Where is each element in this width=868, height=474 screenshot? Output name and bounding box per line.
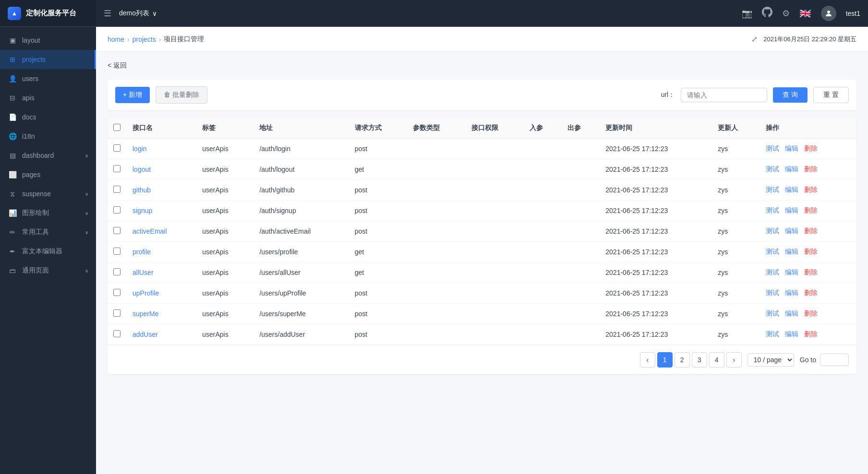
edit-btn-9[interactable]: 编辑 <box>785 330 798 339</box>
row-param-type-0 <box>407 139 466 159</box>
test-btn-7[interactable]: 测试 <box>766 289 779 297</box>
edit-btn-1[interactable]: 编辑 <box>785 165 798 174</box>
test-btn-2[interactable]: 测试 <box>766 186 779 194</box>
row-checkbox-8[interactable] <box>113 309 121 317</box>
github-icon[interactable] <box>762 7 772 20</box>
header-update-time: 更新时间 <box>600 118 712 139</box>
sidebar-item-docs[interactable]: 📄 docs <box>0 107 96 127</box>
api-name-link-7[interactable]: upProfile <box>133 289 159 297</box>
row-checkbox-6[interactable] <box>113 268 121 275</box>
test-btn-9[interactable]: 测试 <box>766 330 779 339</box>
breadcrumb-sep2: › <box>159 36 161 43</box>
delete-btn-4[interactable]: 删除 <box>804 227 818 236</box>
table-row: profile userApis /users/profile get 2021… <box>108 242 856 262</box>
delete-btn-5[interactable]: 删除 <box>804 248 818 256</box>
delete-btn-9[interactable]: 删除 <box>804 330 818 339</box>
goto-input[interactable] <box>820 354 849 366</box>
page-btn-3[interactable]: 3 <box>692 352 707 367</box>
page-next-btn[interactable]: › <box>726 352 742 367</box>
api-name-link-4[interactable]: activeEmail <box>133 227 167 235</box>
sidebar-item-common[interactable]: 🗃 通用页面 ∨ <box>0 261 96 280</box>
reset-button[interactable]: 重 置 <box>813 87 849 103</box>
sidebar-item-pages[interactable]: ⬜ pages <box>0 165 96 184</box>
edit-btn-3[interactable]: 编辑 <box>785 206 798 215</box>
url-search-input[interactable] <box>681 88 767 102</box>
api-name-link-5[interactable]: profile <box>133 248 151 256</box>
edit-btn-7[interactable]: 编辑 <box>785 289 798 297</box>
sidebar-item-dashboard[interactable]: ▤ dashboard ∨ <box>0 146 96 165</box>
sidebar-item-tools[interactable]: ✏ 常用工具 ∨ <box>0 223 96 242</box>
sidebar-item-apis[interactable]: ⊟ apis <box>0 88 96 107</box>
expand-icon[interactable]: ⤢ <box>751 35 758 44</box>
test-btn-6[interactable]: 测试 <box>766 268 779 277</box>
row-checkbox-7[interactable] <box>113 289 121 296</box>
row-checkbox-4[interactable] <box>113 227 121 234</box>
page-btn-2[interactable]: 2 <box>675 352 690 367</box>
sidebar-label-projects: projects <box>22 56 87 63</box>
api-table: 接口名 标签 地址 请求方式 参数类型 接口权限 入参 出参 更新时间 更新人 … <box>108 118 856 345</box>
delete-btn-0[interactable]: 删除 <box>804 144 818 153</box>
edit-btn-2[interactable]: 编辑 <box>785 186 798 194</box>
api-name-link-2[interactable]: github <box>133 186 151 194</box>
select-all-checkbox[interactable] <box>113 124 121 131</box>
pages-icon: ⬜ <box>8 170 17 179</box>
sidebar-item-users[interactable]: 👤 users <box>0 69 96 88</box>
row-checkbox-2[interactable] <box>113 186 121 193</box>
delete-btn-3[interactable]: 删除 <box>804 206 818 215</box>
test-btn-4[interactable]: 测试 <box>766 227 779 236</box>
delete-btn-2[interactable]: 删除 <box>804 186 818 194</box>
delete-btn-6[interactable]: 删除 <box>804 268 818 277</box>
edit-btn-8[interactable]: 编辑 <box>785 309 798 318</box>
sidebar-item-i18n[interactable]: 🌐 i18n <box>0 127 96 146</box>
edit-btn-6[interactable]: 编辑 <box>785 268 798 277</box>
sidebar-item-charts[interactable]: 📊 图形绘制 ∨ <box>0 203 96 223</box>
api-name-link-8[interactable]: superMe <box>133 310 158 318</box>
test-btn-8[interactable]: 测试 <box>766 309 779 318</box>
sidebar-item-suspense[interactable]: ⧖ suspense ∨ <box>0 184 96 203</box>
menu-toggle-icon[interactable]: ☰ <box>104 8 111 19</box>
api-name-link-1[interactable]: logout <box>133 166 151 173</box>
test-btn-1[interactable]: 测试 <box>766 165 779 174</box>
sidebar-item-richtext[interactable]: ✒ 富文本编辑器 <box>0 242 96 261</box>
row-checkbox-5[interactable] <box>113 248 121 255</box>
test-btn-0[interactable]: 测试 <box>766 144 779 153</box>
api-name-link-6[interactable]: allUser <box>133 269 154 276</box>
delete-btn-7[interactable]: 删除 <box>804 289 818 297</box>
language-flag[interactable]: 🇬🇧 <box>799 8 811 19</box>
test-btn-3[interactable]: 测试 <box>766 206 779 215</box>
back-button[interactable]: < 返回 <box>108 61 856 70</box>
page-btn-1[interactable]: 1 <box>657 352 673 367</box>
row-checkbox-9[interactable] <box>113 330 121 337</box>
batch-delete-button[interactable]: 🗑 批量删除 <box>156 86 207 104</box>
add-button[interactable]: + 新增 <box>115 87 150 103</box>
delete-btn-1[interactable]: 删除 <box>804 165 818 174</box>
sidebar-item-layout[interactable]: ▣ layout <box>0 31 96 50</box>
header-actions: 操作 <box>760 118 856 139</box>
page-size-select[interactable]: 10 / page 20 / page 50 / page <box>747 353 794 367</box>
row-update-time-4: 2021-06-25 17:12:23 <box>600 221 712 242</box>
api-name-link-0[interactable]: login <box>133 145 147 153</box>
page-btn-4[interactable]: 4 <box>709 352 724 367</box>
test-btn-5[interactable]: 测试 <box>766 248 779 256</box>
row-method-9: post <box>349 324 408 345</box>
sidebar-item-projects[interactable]: ⊞ projects <box>0 50 96 69</box>
row-tag-8: userApis <box>196 304 253 324</box>
edit-btn-0[interactable]: 编辑 <box>785 144 798 153</box>
edit-btn-4[interactable]: 编辑 <box>785 227 798 236</box>
user-avatar[interactable] <box>821 6 836 21</box>
settings-icon[interactable]: ⚙ <box>782 8 790 19</box>
row-method-4: post <box>349 221 408 242</box>
breadcrumb-home[interactable]: home <box>108 36 124 43</box>
row-checkbox-1[interactable] <box>113 165 121 172</box>
edit-btn-5[interactable]: 编辑 <box>785 248 798 256</box>
camera-icon[interactable]: 📷 <box>742 8 752 19</box>
row-checkbox-0[interactable] <box>113 144 121 152</box>
delete-btn-8[interactable]: 删除 <box>804 309 818 318</box>
project-selector[interactable]: demo列表 ∨ <box>119 9 157 18</box>
api-name-link-3[interactable]: signup <box>133 207 152 214</box>
page-prev-btn[interactable]: ‹ <box>640 352 655 367</box>
query-button[interactable]: 查 询 <box>773 87 808 103</box>
row-checkbox-3[interactable] <box>113 206 121 213</box>
api-name-link-9[interactable]: addUser <box>133 331 158 338</box>
breadcrumb-projects[interactable]: projects <box>133 36 156 43</box>
